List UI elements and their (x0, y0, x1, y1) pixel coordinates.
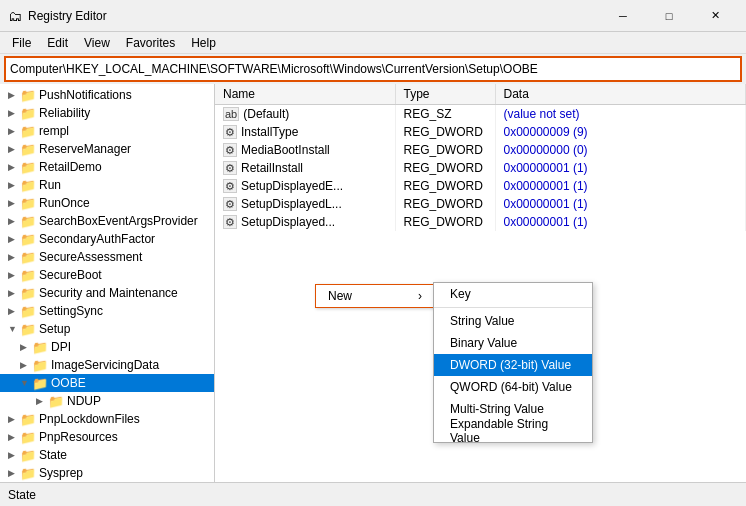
context-menu-item[interactable]: Key (434, 283, 592, 305)
folder-icon: 📁 (32, 376, 48, 391)
table-row[interactable]: ab(Default)REG_SZ(value not set) (215, 104, 746, 123)
reg-icon: ⚙ (223, 161, 237, 175)
context-menu-item[interactable]: Expandable String Value (434, 420, 592, 442)
folder-icon: 📁 (20, 466, 36, 481)
tree-item[interactable]: ▼📁Setup (0, 320, 214, 338)
tree-item[interactable]: ▶📁NDUP (0, 392, 214, 410)
tree-item[interactable]: ▶📁SecondaryAuthFactor (0, 230, 214, 248)
folder-icon: 📁 (20, 106, 36, 121)
table-row[interactable]: ⚙MediaBootInstallREG_DWORD0x00000000 (0) (215, 141, 746, 159)
tree-item[interactable]: ▶📁Sysprep (0, 464, 214, 482)
context-submenu: KeyString ValueBinary ValueDWORD (32-bit… (433, 282, 593, 443)
tree-item[interactable]: ▶📁RunOnce (0, 194, 214, 212)
tree-item-label: Sysprep (39, 466, 83, 480)
cell-name: ⚙SetupDisplayedL... (215, 195, 395, 213)
cell-name: ⚙RetailInstall (215, 159, 395, 177)
cell-type: REG_DWORD (395, 195, 495, 213)
cell-type: REG_DWORD (395, 177, 495, 195)
expand-icon: ▶ (36, 396, 48, 406)
tree-item-label: ImageServicingData (51, 358, 159, 372)
maximize-button[interactable]: □ (646, 0, 692, 32)
app-icon: 🗂 (8, 8, 22, 24)
expand-icon: ▶ (20, 360, 32, 370)
tree-item-label: SecureBoot (39, 268, 102, 282)
tree-item-label: SecureAssessment (39, 250, 142, 264)
minimize-button[interactable]: ─ (600, 0, 646, 32)
expand-icon: ▼ (8, 324, 20, 334)
tree-item[interactable]: ▶📁PnpLockdownFiles (0, 410, 214, 428)
new-label: New (328, 289, 352, 303)
menu-item-help[interactable]: Help (183, 34, 224, 52)
folder-icon: 📁 (20, 268, 36, 283)
expand-icon: ▶ (8, 144, 20, 154)
tree-item-label: rempl (39, 124, 69, 138)
expand-icon: ▼ (20, 378, 32, 388)
tree-item[interactable]: ▶📁ImageServicingData (0, 356, 214, 374)
new-button[interactable]: New › (315, 284, 435, 308)
tree-item[interactable]: ▶📁PnpResources (0, 428, 214, 446)
cell-data: 0x00000001 (1) (495, 159, 746, 177)
table-row[interactable]: ⚙SetupDisplayedE...REG_DWORD0x00000001 (… (215, 177, 746, 195)
tree-item-label: RunOnce (39, 196, 90, 210)
close-button[interactable]: ✕ (692, 0, 738, 32)
tree-item-label: Security and Maintenance (39, 286, 178, 300)
tree-item[interactable]: ▶📁DPI (0, 338, 214, 356)
tree-item[interactable]: ▶📁Reliability (0, 104, 214, 122)
tree-item[interactable]: ▶📁SettingSync (0, 302, 214, 320)
tree-item[interactable]: ▶📁rempl (0, 122, 214, 140)
status-bar: State (0, 482, 746, 506)
tree-item[interactable]: ▶📁SecureBoot (0, 266, 214, 284)
reg-icon: ⚙ (223, 215, 237, 229)
context-menu-item[interactable]: Binary Value (434, 332, 592, 354)
tree-item-label: SearchBoxEventArgsProvider (39, 214, 198, 228)
folder-icon: 📁 (20, 304, 36, 319)
expand-icon: ▶ (8, 414, 20, 424)
menu-item-view[interactable]: View (76, 34, 118, 52)
menu-item-edit[interactable]: Edit (39, 34, 76, 52)
reg-icon: ⚙ (223, 179, 237, 193)
context-menu-item[interactable]: DWORD (32-bit) Value (434, 354, 592, 376)
table-row[interactable]: ⚙SetupDisplayedL...REG_DWORD0x00000001 (… (215, 195, 746, 213)
tree-item-label: State (39, 448, 67, 462)
folder-icon: 📁 (32, 358, 48, 373)
folder-icon: 📁 (20, 448, 36, 463)
table-row[interactable]: ⚙RetailInstallREG_DWORD0x00000001 (1) (215, 159, 746, 177)
tree-item[interactable]: ▼📁OOBE (0, 374, 214, 392)
tree-item[interactable]: ▶📁Security and Maintenance (0, 284, 214, 302)
tree-item[interactable]: ▶📁RetailDemo (0, 158, 214, 176)
tree-item-label: Setup (39, 322, 70, 336)
context-menu-item[interactable]: QWORD (64-bit) Value (434, 376, 592, 398)
tree-item[interactable]: ▶📁SearchBoxEventArgsProvider (0, 212, 214, 230)
address-input[interactable] (10, 62, 736, 76)
table-row[interactable]: ⚙InstallTypeREG_DWORD0x00000009 (9) (215, 123, 746, 141)
tree-item[interactable]: ▶📁State (0, 446, 214, 464)
tree-item[interactable]: ▶📁PushNotifications (0, 86, 214, 104)
menu-item-file[interactable]: File (4, 34, 39, 52)
main-layout: ▶📁PushNotifications▶📁Reliability▶📁rempl▶… (0, 84, 746, 482)
col-type: Type (395, 84, 495, 104)
folder-icon: 📁 (20, 214, 36, 229)
context-menu-item[interactable]: String Value (434, 310, 592, 332)
expand-icon: ▶ (8, 108, 20, 118)
menu-bar: FileEditViewFavoritesHelp (0, 32, 746, 54)
cell-name: ⚙MediaBootInstall (215, 141, 395, 159)
title-bar: 🗂 Registry Editor ─ □ ✕ (0, 0, 746, 32)
expand-icon: ▶ (8, 162, 20, 172)
tree-item[interactable]: ▶📁SecureAssessment (0, 248, 214, 266)
tree-item[interactable]: ▶📁Run (0, 176, 214, 194)
folder-icon: 📁 (20, 250, 36, 265)
tree-item-label: PnpLockdownFiles (39, 412, 140, 426)
address-bar[interactable] (4, 56, 742, 82)
context-menu-overlay: New › KeyString ValueBinary ValueDWORD (… (315, 284, 435, 308)
expand-icon: ▶ (8, 198, 20, 208)
status-text: State (8, 488, 36, 502)
tree-item[interactable]: ▶📁ReserveManager (0, 140, 214, 158)
menu-item-favorites[interactable]: Favorites (118, 34, 183, 52)
table-row[interactable]: ⚙SetupDisplayed...REG_DWORD0x00000001 (1… (215, 213, 746, 231)
expand-icon: ▶ (8, 216, 20, 226)
cell-data: 0x00000001 (1) (495, 177, 746, 195)
arrow-icon: › (418, 289, 422, 303)
reg-icon: ⚙ (223, 143, 237, 157)
folder-icon: 📁 (20, 142, 36, 157)
tree-panel[interactable]: ▶📁PushNotifications▶📁Reliability▶📁rempl▶… (0, 84, 215, 482)
